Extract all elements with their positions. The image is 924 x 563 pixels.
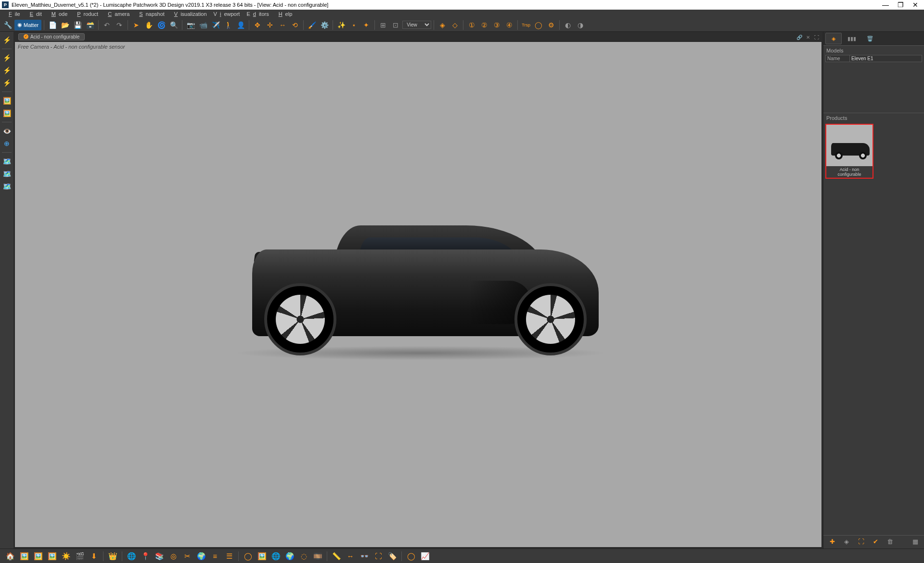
snapshot3-icon[interactable]: 🖼️	[46, 550, 58, 563]
clapper-icon[interactable]: 🎬	[74, 550, 86, 563]
target-icon[interactable]: ◎	[167, 550, 180, 563]
gear-icon[interactable]: ⚙️	[319, 19, 330, 31]
maximize-button[interactable]: ❐	[898, 1, 904, 9]
matter-button[interactable]: ◉Matter	[14, 20, 41, 30]
numpad3-icon[interactable]: ③	[491, 19, 502, 31]
layers2-icon[interactable]: ≡	[209, 550, 221, 563]
download-icon[interactable]: ⬇	[88, 550, 100, 563]
grid-view-icon[interactable]: ▦	[910, 536, 921, 548]
delete-icon[interactable]: 🗑	[884, 536, 896, 548]
badge2-icon[interactable]: ◑	[575, 19, 586, 31]
diamond2-icon[interactable]: ◇	[449, 19, 461, 31]
circle-target-icon[interactable]: ◯	[242, 550, 254, 563]
menu-edit[interactable]: Edit	[24, 11, 45, 17]
focus-icon[interactable]: ⛶	[855, 536, 867, 548]
fullscreen-icon[interactable]: ⛶	[372, 550, 385, 563]
zoom-icon[interactable]: 🔍	[168, 19, 180, 31]
grid-icon[interactable]: ⊞	[377, 19, 389, 31]
open-folder-icon[interactable]: 📂	[59, 19, 71, 31]
person-icon[interactable]: 👤	[235, 19, 246, 31]
link-icon[interactable]: 🔗	[796, 34, 803, 40]
panel-tab-library[interactable]: ▮▮▮	[844, 33, 860, 44]
wand-icon[interactable]: ✨	[335, 19, 347, 31]
undo-icon[interactable]: ↶	[101, 19, 113, 31]
picture4-icon[interactable]: 🖼️	[256, 550, 268, 563]
chart-icon[interactable]: 📈	[419, 550, 431, 563]
check2-icon[interactable]: ✔	[870, 536, 881, 548]
ruler-icon[interactable]: 📏	[330, 550, 343, 563]
add-icon[interactable]: ⊕	[1, 138, 13, 149]
pointer-icon[interactable]: ➤	[130, 19, 142, 31]
numpad1-icon[interactable]: ①	[466, 19, 477, 31]
pin-icon[interactable]: 📍	[139, 550, 152, 563]
close-button[interactable]: ✕	[912, 1, 918, 9]
globe-icon[interactable]: 🌐	[125, 550, 138, 563]
add-product-icon[interactable]: ✚	[826, 536, 838, 548]
view-select[interactable]: View	[402, 21, 431, 29]
film-icon[interactable]: 🎞️	[311, 550, 324, 563]
eye-icon[interactable]: 👁️	[1, 126, 13, 136]
layers-icon[interactable]: 📚	[153, 550, 166, 563]
menu-snapshot[interactable]: Snapshot	[133, 11, 167, 17]
walk-icon[interactable]: 🚶	[222, 19, 234, 31]
camera1-icon[interactable]: 📷	[185, 19, 196, 31]
globe4-icon[interactable]: 🌍	[283, 550, 296, 563]
plane-icon[interactable]: ✈️	[210, 19, 221, 31]
picture2-icon[interactable]: 🗺️	[1, 169, 13, 179]
wrench-icon[interactable]: 🔧	[2, 19, 13, 31]
dashed-circle-icon[interactable]: ◌	[297, 550, 310, 563]
camera2-icon[interactable]: 📹	[197, 19, 209, 31]
panel-tab-trash[interactable]: 🗑️	[862, 33, 878, 44]
flash3-icon[interactable]: ⚡	[1, 78, 13, 88]
gear2-icon[interactable]: ⚙	[545, 19, 557, 31]
brush-icon[interactable]: 🖌️	[306, 19, 318, 31]
model-row[interactable]: Name Eleven E1	[823, 54, 924, 63]
menu-visualization[interactable]: Visualization	[168, 11, 210, 17]
globe3-icon[interactable]: 🌐	[270, 550, 282, 563]
sphere-icon[interactable]: ◯	[533, 19, 544, 31]
wand2-icon[interactable]: ⋆	[348, 19, 359, 31]
numpad4-icon[interactable]: ④	[503, 19, 515, 31]
redo-icon[interactable]: ↷	[114, 19, 125, 31]
menu-product[interactable]: Product	[71, 11, 101, 17]
viewport-3d[interactable]: Free Camera - Acid - non configurable se…	[14, 41, 822, 548]
picture-icon[interactable]: 🗺️	[1, 156, 13, 167]
badge-icon[interactable]: ◐	[562, 19, 574, 31]
crown-icon[interactable]: 👑	[106, 550, 119, 563]
hand-icon[interactable]: ✋	[143, 19, 154, 31]
cross-icon[interactable]: ✕	[805, 34, 811, 40]
measure-icon[interactable]: ↔	[344, 550, 357, 563]
flash-edit-icon[interactable]: ⚡	[1, 52, 13, 63]
trsp-button[interactable]: Trsp	[520, 23, 532, 27]
move2-icon[interactable]: ✢	[264, 19, 276, 31]
grid2-icon[interactable]: ⊡	[390, 19, 401, 31]
menu-file[interactable]: File	[3, 11, 23, 17]
list-icon[interactable]: ☰	[223, 550, 235, 563]
rotate-icon[interactable]: ⟲	[289, 19, 301, 31]
numpad2-icon[interactable]: ②	[478, 19, 490, 31]
diamond1-icon[interactable]: ◈	[436, 19, 448, 31]
scissors-icon[interactable]: ✂	[181, 550, 193, 563]
sun-icon[interactable]: ☀️	[60, 550, 72, 563]
flash2-icon[interactable]: ⚡	[1, 65, 13, 76]
menu-help[interactable]: Help	[273, 11, 295, 17]
globe2-icon[interactable]: 🌍	[195, 550, 207, 563]
move-icon[interactable]: ✥	[252, 19, 263, 31]
orbit-icon[interactable]: 🌀	[155, 19, 167, 31]
snapshot2-icon[interactable]: 🖼️	[32, 550, 44, 563]
snapshot-icon[interactable]: 🖼️	[18, 550, 30, 563]
save-as-icon[interactable]: 🗃️	[84, 19, 96, 31]
menu-mode[interactable]: Mode	[46, 11, 71, 17]
viewport-tab-active[interactable]: ✓ Acid - non configurable	[18, 33, 85, 40]
menu-viewport[interactable]: Viewport	[211, 11, 243, 17]
new-file-icon[interactable]: 📄	[47, 19, 58, 31]
product-thumb[interactable]: Acid - non configurable	[825, 124, 873, 179]
image2-icon[interactable]: 🖼️	[1, 108, 13, 118]
save-icon[interactable]: 💾	[72, 19, 83, 31]
glasses-icon[interactable]: 👓	[358, 550, 371, 563]
menu-editors[interactable]: Editors	[244, 11, 271, 17]
panel-tab-product[interactable]: ◈	[825, 33, 842, 44]
image-icon[interactable]: 🖼️	[1, 95, 13, 106]
expand-icon[interactable]: ⛶	[813, 34, 820, 40]
home-icon[interactable]: 🏠	[4, 550, 16, 563]
